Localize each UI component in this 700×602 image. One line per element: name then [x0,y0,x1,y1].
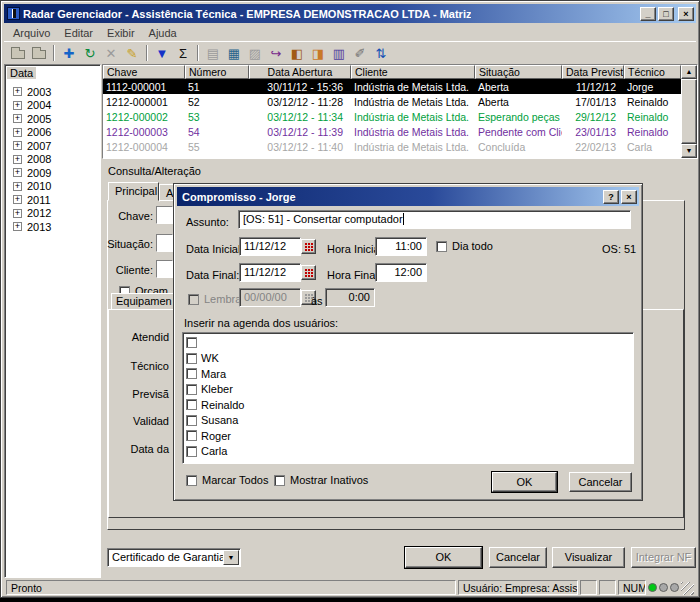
user-checkbox[interactable] [186,430,197,441]
maximize-button[interactable]: □ [658,7,674,21]
minimize-button[interactable]: _ [640,7,656,21]
sum-button[interactable]: Σ [173,43,193,63]
user-checkbox[interactable] [186,446,197,457]
expand-plus-icon[interactable]: + [13,101,22,110]
table-row-1[interactable]: 1212-0000015203/12/12 - 11:28Indústria d… [103,94,681,109]
tree-item-2003[interactable]: +2003 [13,85,100,99]
column-header-1[interactable]: Número [185,65,249,79]
assunto-input[interactable]: [OS: 51] - Consertar computador [238,210,631,229]
agenda-user-item-7[interactable]: Carla [186,444,633,460]
tree-item-2009[interactable]: +2009 [13,166,100,180]
data-inicial-calendar-button[interactable] [301,239,316,254]
tree-item-2013[interactable]: +2013 [13,220,100,234]
visualizar-button[interactable]: Visualizar [552,547,625,568]
clean-button[interactable]: ✎ [122,43,142,63]
chave-field[interactable] [156,206,173,224]
agenda-user-item-2[interactable]: Mara [186,366,633,382]
tree-item-2006[interactable]: +2006 [13,126,100,140]
agenda-user-item-0[interactable] [186,335,633,351]
mostrar-inativos-checkbox-row[interactable]: Mostrar Inativos [274,474,368,486]
budget-button[interactable]: ◨ [308,43,328,63]
user-checkbox[interactable] [186,368,197,379]
tree-item-2008[interactable]: +2008 [13,153,100,167]
expand-plus-icon[interactable]: + [13,128,22,137]
expand-plus-icon[interactable]: + [13,209,22,218]
column-header-5[interactable]: Data Prevista [562,65,624,79]
column-header-3[interactable]: Cliente [351,65,475,79]
dia-todo-checkbox-row[interactable]: Dia todo [436,240,493,252]
table-row-4[interactable]: 1212-0000045503/12/12 - 11:40Indústria d… [103,139,681,154]
agenda-user-item-4[interactable]: Reinaldo [186,397,633,413]
table-scrollbar[interactable]: ▲ ▼ [681,65,697,158]
print-config-button[interactable]: ✐ [350,43,370,63]
order-button[interactable]: ◧ [287,43,307,63]
user-checkbox[interactable] [186,353,197,364]
data-final-input[interactable]: 11/12/12 [239,263,301,282]
integrar-nf-button[interactable]: Integrar NF [631,547,696,568]
tree-item-2012[interactable]: +2012 [13,207,100,221]
expand-plus-icon[interactable]: + [13,222,22,231]
image-button[interactable]: ▨ [245,43,265,63]
tree-item-2007[interactable]: +2007 [13,139,100,153]
refresh-button[interactable]: ↻ [80,43,100,63]
tools-button[interactable]: ⇅ [371,43,391,63]
open-folder-button[interactable] [8,43,28,63]
hora-inicial-input[interactable]: 11:00 [375,237,427,256]
menu-editar[interactable]: Editar [57,26,100,40]
hora-final-input[interactable]: 12:00 [375,263,427,282]
form-ok-button[interactable]: OK [405,547,482,568]
tab-principal[interactable]: Principal [108,182,159,201]
lembrar-checkbox-row[interactable]: Lembrar [188,293,245,305]
cliente-field[interactable] [156,260,173,278]
schedule-button[interactable]: ▥ [329,43,349,63]
marcar-todos-checkbox-row[interactable]: Marcar Todos [186,474,268,486]
close-button[interactable]: × [678,7,694,21]
table-row-0[interactable]: 1112-0000015130/11/12 - 15:36Indústria d… [103,79,681,94]
resize-grip[interactable] [681,582,694,595]
menu-exibir[interactable]: Exibir [100,26,142,40]
agenda-user-list[interactable]: WKMaraKleberReinaldoSusanaRogerCarla [182,332,634,464]
tree-item-2005[interactable]: +2005 [13,112,100,126]
scroll-up-icon[interactable]: ▲ [681,65,697,79]
tree-root-node[interactable]: Data [7,67,36,79]
mostrar-inativos-checkbox[interactable] [274,475,285,486]
expand-plus-icon[interactable]: + [13,155,22,164]
column-header-2[interactable]: Data Abertura [249,65,351,79]
column-header-6[interactable]: Técnico [624,65,681,79]
dialog-cancel-button[interactable]: Cancelar [569,472,632,492]
marcar-todos-checkbox[interactable] [186,475,197,486]
expand-plus-icon[interactable]: + [13,114,22,123]
agenda-user-item-5[interactable]: Susana [186,413,633,429]
user-checkbox[interactable] [186,384,197,395]
expand-plus-icon[interactable]: + [13,182,22,191]
tab-equipamentos[interactable]: Equipamen [111,293,175,310]
report-button[interactable]: ▦ [224,43,244,63]
expand-plus-icon[interactable]: + [13,168,22,177]
tree-item-2004[interactable]: +2004 [13,99,100,113]
agenda-user-item-1[interactable]: WK [186,351,633,367]
user-checkbox[interactable] [186,399,197,410]
data-inicial-input[interactable]: 11/12/12 [239,237,301,256]
menu-arquivo[interactable]: Arquivo [6,26,57,40]
tree-item-2010[interactable]: +2010 [13,180,100,194]
form-cancel-button[interactable]: Cancelar [489,547,547,568]
expand-plus-icon[interactable]: + [13,87,22,96]
dropdown-arrow-icon[interactable]: ▼ [223,550,239,565]
filter-button[interactable]: ▼ [152,43,172,63]
agenda-user-item-3[interactable]: Kleber [186,382,633,398]
data-final-calendar-button[interactable] [301,265,316,280]
send-button[interactable]: ↪ [266,43,286,63]
export-button[interactable]: ▤ [203,43,223,63]
lembrar-checkbox[interactable] [188,294,199,305]
expand-plus-icon[interactable]: + [13,195,22,204]
garantia-dropdown[interactable]: Certificado de Garantia ▼ [107,548,241,567]
tree-item-2011[interactable]: +2011 [13,193,100,207]
closed-folder-button[interactable] [29,43,49,63]
add-button[interactable]: ✚ [59,43,79,63]
dialog-help-button[interactable]: ? [603,190,619,204]
user-checkbox[interactable] [186,337,197,348]
dialog-ok-button[interactable]: OK [492,472,557,492]
table-row-2[interactable]: 1212-0000025303/12/12 - 11:34Indústria d… [103,109,681,124]
column-header-4[interactable]: Situação [475,65,562,79]
situacao-field[interactable] [156,234,173,252]
